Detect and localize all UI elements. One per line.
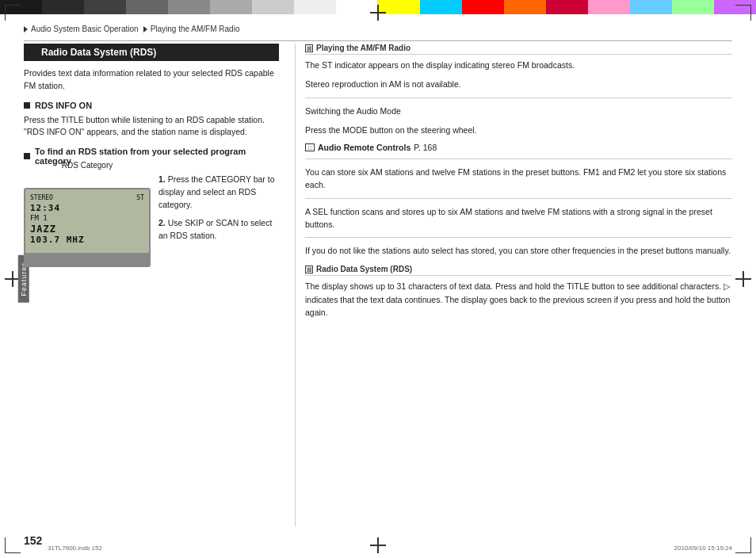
footer-left: 31TL7600.indb 152 [48, 545, 102, 552]
step1-text: Press the CATEGORY bar to display and se… [158, 174, 275, 209]
rds-info-square [24, 102, 30, 109]
rds-screen-bottom [25, 253, 149, 267]
crosshair-bottom [370, 537, 386, 553]
rds-stereo: STEREO [30, 194, 53, 201]
rds-screen-row1: STEREO ST [30, 194, 144, 201]
rds-screen-time: 12:34 [30, 203, 144, 213]
rc-ref-icon: □ [305, 143, 315, 151]
main-content: Radio Data System (RDS) Provides text da… [24, 44, 732, 526]
rc-body3: Switching the Audio Mode [305, 105, 732, 117]
step2-text: Use SKIP or SCAN to select an RDS statio… [158, 218, 272, 240]
rc-body4: Press the MODE button on the steering wh… [305, 124, 732, 136]
rds-info-heading: RDS INFO ON [24, 101, 279, 110]
step1-num: 1. [158, 174, 166, 184]
rds-st: ST [136, 194, 144, 201]
rc-section1-icon: ☒ [305, 44, 313, 52]
rc-body6: A SEL function scans and stores up to si… [305, 205, 732, 231]
rc-body1: The ST indicator appears on the display … [305, 59, 732, 71]
rds-screen-freq: 103.7 MHZ [30, 235, 144, 245]
rds-step-2: 2. Use SKIP or SCAN to select an RDS sta… [158, 217, 279, 243]
step2-num: 2. [158, 218, 166, 227]
rc-section2-title-text: Radio Data System (RDS) [316, 265, 412, 273]
corner-mark-tl [5, 5, 21, 21]
rds-screen: STEREO ST 12:34 FM 1 JAZZ 103.7 MHZ [24, 188, 151, 267]
heading-square [30, 49, 36, 55]
breadcrumb-part1: Audio System Basic Operation [31, 25, 139, 33]
rc-body2: Stereo reproduction in AM is not availab… [305, 78, 732, 90]
rds-info-text: Press the TITLE button while listening t… [24, 114, 279, 140]
rc-ref-page: P. 168 [414, 143, 437, 152]
rc-ref-bold: Audio Remote Controls [318, 143, 410, 152]
left-column: Radio Data System (RDS) Provides text da… [24, 44, 285, 526]
rds-display-area: RDS Category STEREO ST 12:34 FM 1 JAZZ 1… [24, 174, 279, 267]
breadcrumb: Audio System Basic Operation Playing the… [24, 17, 732, 41]
rc-section2-title: ☒ Radio Data System (RDS) [305, 265, 732, 276]
rc-body5: You can store six AM stations and twelve… [305, 166, 732, 192]
crosshair-right [735, 271, 751, 287]
rc-ref1: □ Audio Remote Controls P. 168 [305, 143, 732, 152]
rc-body7: If you do not like the stations auto sel… [305, 244, 732, 257]
footer-right: 2010/09/10 15:19:24 [674, 545, 732, 552]
breadcrumb-arrow2 [143, 26, 147, 32]
rds-screen-name: JAZZ [30, 224, 144, 235]
rc-section2-icon: ☒ [305, 266, 313, 273]
rc-divider4 [305, 237, 732, 238]
rc-divider2 [305, 159, 732, 159]
rc-divider3 [305, 198, 732, 199]
breadcrumb-part2: Playing the AM/FM Radio [151, 25, 240, 33]
rc-divider1 [305, 97, 732, 98]
find-rds-square [24, 153, 30, 159]
rds-info-heading-text: RDS INFO ON [35, 101, 92, 110]
main-heading-text: Radio Data System (RDS) [41, 47, 156, 58]
intro-text: Provides text data information related t… [24, 67, 279, 93]
rds-screen-station: FM 1 [30, 214, 144, 222]
corner-mark-tr [735, 5, 751, 21]
rc-section1-title-text: Playing the AM/FM Radio [316, 44, 410, 52]
rds-screen-inner: STEREO ST 12:34 FM 1 JAZZ 103.7 MHZ [25, 189, 149, 250]
rc-body8: The display shows up to 31 characters of… [305, 280, 732, 319]
breadcrumb-arrow1 [24, 26, 28, 32]
main-section-heading: Radio Data System (RDS) [24, 44, 279, 61]
right-column: ☒ Playing the AM/FM Radio The ST indicat… [295, 44, 732, 526]
corner-mark-bl [5, 537, 21, 553]
rc-section1-title: ☒ Playing the AM/FM Radio [305, 44, 732, 55]
corner-mark-br [735, 537, 751, 553]
rds-step-1: 1. Press the CATEGORY bar to display and… [158, 174, 279, 211]
rds-instructions: 1. Press the CATEGORY bar to display and… [158, 174, 279, 267]
page-number: 152 [24, 534, 42, 547]
rds-screen-label: RDS Category [62, 161, 113, 170]
